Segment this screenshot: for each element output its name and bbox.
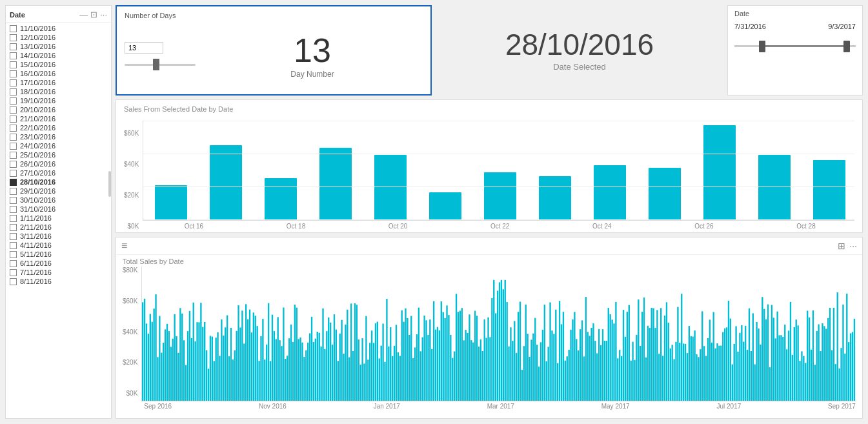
svg-rect-236: [585, 297, 587, 401]
bar-group[interactable]: [530, 176, 580, 220]
svg-rect-178: [476, 316, 478, 401]
svg-rect-70: [274, 331, 275, 401]
svg-rect-365: [827, 318, 829, 401]
date-item[interactable]: 5/11/2016: [8, 250, 108, 259]
svg-rect-288: [683, 343, 684, 401]
left-panel: Date — ⊡ ··· 11/10/201612/10/201613/10/2…: [5, 5, 112, 419]
svg-rect-317: [738, 352, 739, 401]
svg-rect-334: [769, 367, 771, 401]
svg-rect-17: [174, 314, 176, 401]
svg-rect-229: [572, 319, 574, 401]
range-slider-container[interactable]: [734, 39, 856, 52]
equals-icon[interactable]: ≡: [121, 240, 127, 252]
svg-rect-110: [348, 358, 350, 401]
svg-rect-264: [638, 299, 639, 401]
slider-thumb[interactable]: [153, 59, 159, 70]
date-item[interactable]: 17/10/2016: [8, 78, 108, 87]
svg-rect-230: [574, 312, 576, 401]
svg-rect-137: [399, 356, 401, 401]
bar-group[interactable]: [750, 155, 800, 220]
svg-rect-241: [595, 341, 596, 401]
date-item[interactable]: 1/11/2016: [8, 214, 108, 223]
svg-rect-280: [668, 323, 669, 401]
svg-rect-40: [217, 332, 219, 401]
expand-icon[interactable]: ⊞: [838, 241, 845, 251]
svg-rect-287: [681, 294, 682, 401]
svg-rect-128: [383, 323, 384, 401]
date-item[interactable]: 8/11/2016: [8, 277, 108, 286]
date-item[interactable]: 7/11/2016: [8, 268, 108, 277]
svg-rect-205: [527, 334, 529, 401]
svg-rect-166: [454, 352, 455, 401]
svg-rect-120: [368, 359, 369, 401]
svg-rect-54: [243, 343, 245, 401]
date-item[interactable]: 6/11/2016: [8, 259, 108, 268]
svg-rect-139: [403, 322, 405, 401]
date-item[interactable]: 2/11/2016: [8, 223, 108, 232]
svg-rect-69: [272, 315, 273, 401]
dashboard: Date — ⊡ ··· 11/10/201612/10/201613/10/2…: [0, 0, 868, 424]
date-item[interactable]: 19/10/2016: [8, 96, 108, 105]
ellipsis-icon[interactable]: ···: [100, 10, 107, 19]
restore-icon[interactable]: ⊡: [90, 10, 97, 19]
bar-group[interactable]: [695, 125, 745, 220]
days-input[interactable]: [125, 42, 163, 54]
bar-group[interactable]: [805, 160, 854, 220]
svg-rect-45: [227, 316, 228, 401]
svg-rect-2: [146, 323, 147, 401]
date-item[interactable]: 23/10/2016: [8, 132, 108, 141]
sparkline-y-label: $0K: [123, 390, 137, 397]
bar-group[interactable]: [201, 145, 250, 220]
date-item[interactable]: 28/10/2016: [8, 177, 108, 187]
svg-rect-121: [369, 343, 370, 401]
bar-group[interactable]: [476, 172, 525, 220]
minimize-icon[interactable]: —: [79, 10, 88, 19]
svg-rect-252: [616, 302, 617, 401]
date-item[interactable]: 31/10/2016: [8, 205, 108, 214]
svg-rect-270: [649, 328, 651, 401]
date-item[interactable]: 4/11/2016: [8, 241, 108, 250]
date-item[interactable]: 3/11/2016: [8, 232, 108, 241]
range-handle-right[interactable]: [843, 41, 850, 52]
bar-group[interactable]: [640, 168, 690, 220]
svg-rect-83: [298, 339, 299, 401]
date-item[interactable]: 26/10/2016: [8, 159, 108, 168]
range-track: [734, 45, 856, 47]
date-item[interactable]: 12/10/2016: [8, 33, 108, 42]
date-item[interactable]: 13/10/2016: [8, 42, 108, 51]
bar-group[interactable]: [366, 155, 416, 220]
sparkline-card: ≡ ⊞ ··· Total Sales by Date $80K$60K$40K…: [116, 237, 863, 419]
slider-track: [125, 64, 196, 66]
bar-group[interactable]: [311, 148, 361, 220]
date-item[interactable]: 25/10/2016: [8, 150, 108, 159]
date-item[interactable]: 27/10/2016: [8, 168, 108, 177]
svg-rect-306: [717, 343, 718, 401]
svg-rect-142: [409, 335, 410, 401]
x-label: Oct 22: [452, 223, 549, 230]
svg-rect-122: [371, 330, 372, 401]
bar-group[interactable]: [421, 192, 470, 220]
bar-group[interactable]: [585, 165, 635, 220]
date-label: 2/11/2016: [20, 223, 52, 231]
date-item[interactable]: 18/10/2016: [8, 87, 108, 96]
date-item[interactable]: 16/10/2016: [8, 69, 108, 78]
ellipsis-icon-bottom[interactable]: ···: [849, 241, 857, 251]
date-item[interactable]: 21/10/2016: [8, 114, 108, 123]
svg-rect-196: [510, 327, 512, 401]
date-item[interactable]: 15/10/2016: [8, 60, 108, 69]
date-item[interactable]: 29/10/2016: [8, 187, 108, 196]
date-item[interactable]: 14/10/2016: [8, 51, 108, 60]
date-item[interactable]: 24/10/2016: [8, 141, 108, 150]
svg-rect-255: [621, 356, 622, 401]
date-item[interactable]: 30/10/2016: [8, 196, 108, 205]
date-item[interactable]: 20/10/2016: [8, 105, 108, 114]
date-item[interactable]: 22/10/2016: [8, 123, 108, 132]
date-item[interactable]: 11/10/2016: [8, 24, 108, 33]
checkbox-empty: [10, 161, 17, 168]
bar-chart-title: Sales From Selected Date by Date: [124, 105, 854, 113]
bar-group[interactable]: [256, 178, 305, 220]
svg-rect-332: [765, 319, 767, 401]
svg-rect-359: [816, 331, 818, 401]
range-handle-left[interactable]: [759, 41, 765, 52]
bar-group[interactable]: [146, 185, 196, 220]
